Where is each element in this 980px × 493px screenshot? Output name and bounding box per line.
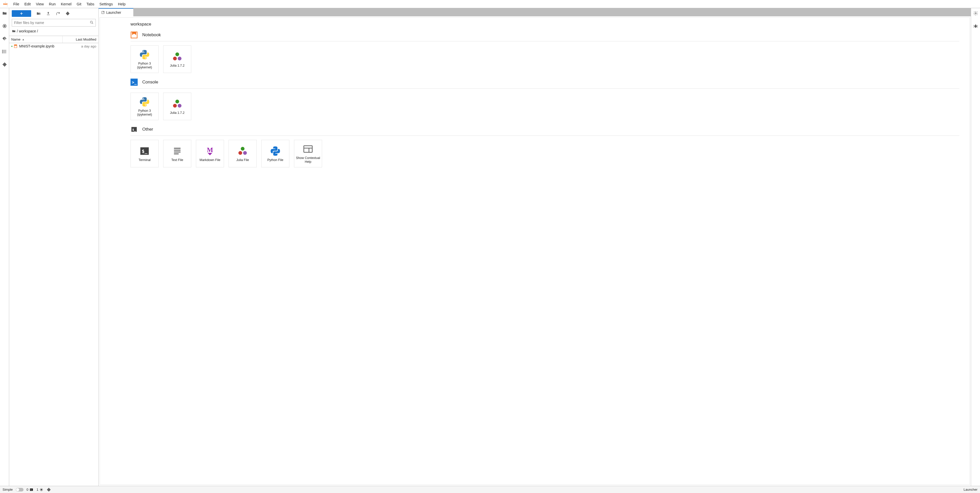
file-row[interactable]: MNIST-example.ipynb a day ago (9, 43, 98, 49)
launcher-card[interactable]: Text File (163, 140, 191, 167)
right-activity-bar (971, 8, 980, 486)
svg-line-47 (977, 25, 978, 26)
svg-point-37 (241, 147, 245, 151)
svg-rect-12 (47, 15, 50, 15)
breadcrumb-sep: / (37, 29, 38, 33)
main-area: Launcher workspace NotebookPython 3 (ipy… (99, 8, 971, 486)
svg-line-17 (103, 11, 104, 13)
jupyter-logo-icon (3, 1, 8, 7)
launcher-card[interactable]: Julia File (229, 140, 257, 167)
menu-run[interactable]: Run (46, 0, 59, 8)
card-label: Python File (267, 158, 283, 162)
new-folder-icon[interactable] (36, 11, 41, 16)
card-label: Julia File (236, 158, 249, 162)
file-modified: a day ago (81, 44, 96, 48)
notebook-icon (14, 44, 18, 48)
git-branch-status-icon[interactable] (46, 487, 51, 492)
terminal-icon: $_ (139, 146, 150, 157)
terminals-count[interactable]: 0 $_ (27, 488, 33, 491)
svg-line-46 (974, 25, 974, 26)
svg-text:$_: $_ (142, 149, 148, 154)
launcher-card[interactable]: Julia 1.7.2 (163, 45, 191, 73)
status-mode: Launcher (964, 488, 977, 491)
search-icon (90, 21, 94, 24)
julia-icon (172, 98, 183, 109)
file-list: MNIST-example.ipynb a day ago (9, 43, 98, 49)
svg-point-26 (178, 104, 181, 108)
launcher-section: $_Other$_TerminalText FileMMarkdown File… (130, 126, 969, 167)
file-name: MNIST-example.ipynb (19, 44, 81, 48)
extensions-icon[interactable] (2, 62, 7, 67)
section-title: Notebook (142, 32, 161, 38)
git-icon[interactable] (2, 36, 7, 41)
launcher-card[interactable]: $_Terminal (130, 140, 159, 167)
tab-launcher[interactable]: Launcher (99, 8, 133, 16)
file-browser-toolbar (9, 8, 98, 19)
refresh-icon[interactable] (56, 11, 60, 16)
upload-icon[interactable] (46, 11, 51, 16)
launcher-cwd: workspace (130, 22, 969, 27)
menubar: File Edit View Run Kernel Git Tabs Setti… (0, 0, 980, 8)
menu-edit[interactable]: Edit (22, 0, 33, 8)
new-launcher-button[interactable] (12, 10, 31, 17)
menu-settings[interactable]: Settings (97, 0, 115, 8)
property-inspector-icon[interactable] (973, 11, 978, 16)
menu-tabs[interactable]: Tabs (84, 0, 97, 8)
svg-point-0 (5, 2, 6, 2)
launcher-cards: Python 3 (ipykernel)Julia 1.7.2 (130, 41, 969, 73)
launcher-section-header: >_Console (130, 79, 959, 89)
file-filter-input[interactable] (12, 19, 96, 27)
folder-icon[interactable] (2, 11, 7, 16)
launcher-card[interactable]: MMarkdown File (196, 140, 224, 167)
svg-point-7 (2, 50, 3, 51)
debugger-icon[interactable] (973, 24, 978, 29)
file-browser-panel: / workspace / Name▲ Last Modified MNIST-… (9, 8, 99, 486)
launcher-card[interactable]: Julia 1.7.2 (163, 93, 191, 120)
simple-mode-label: Simple (3, 488, 13, 491)
svg-point-54 (41, 489, 42, 490)
card-label: Show Contextual Help (295, 156, 321, 164)
toc-icon[interactable] (2, 49, 7, 54)
folder-icon (12, 29, 16, 33)
launcher-card[interactable]: Python 3 (ipykernel) (130, 93, 159, 120)
pyfile-icon (270, 146, 281, 157)
menu-kernel[interactable]: Kernel (58, 0, 74, 8)
column-name[interactable]: Name▲ (9, 36, 62, 43)
breadcrumb[interactable]: / workspace / (9, 28, 98, 36)
menu-view[interactable]: View (33, 0, 46, 8)
svg-text:$_: $_ (132, 128, 136, 132)
card-label: Markdown File (199, 158, 220, 162)
svg-line-49 (977, 27, 978, 27)
simple-mode-toggle[interactable] (16, 488, 24, 491)
svg-point-19 (175, 52, 179, 56)
launcher-content: workspace NotebookPython 3 (ipykernel)Ju… (100, 17, 970, 485)
menu-help[interactable]: Help (115, 0, 128, 8)
menu-file[interactable]: File (11, 0, 22, 8)
tab-title: Launcher (106, 11, 121, 14)
launcher-card[interactable]: Python 3 (ipykernel) (130, 45, 159, 73)
launcher-card[interactable]: Python File (261, 140, 290, 167)
markdown-icon: M (204, 146, 216, 157)
file-filter (12, 19, 96, 27)
svg-line-48 (974, 27, 974, 27)
git-actions-icon[interactable] (65, 11, 70, 16)
menu-git[interactable]: Git (74, 0, 84, 8)
svg-text:M: M (207, 146, 213, 153)
svg-point-8 (2, 51, 3, 52)
svg-text:>_: >_ (132, 80, 137, 85)
kernels-count[interactable]: 1 (37, 488, 43, 492)
column-modified[interactable]: Last Modified (62, 36, 98, 43)
running-icon[interactable] (2, 24, 7, 29)
launcher-cards: Python 3 (ipykernel)Julia 1.7.2 (130, 89, 969, 120)
svg-point-13 (91, 21, 92, 23)
terminal-icon: $_ (130, 126, 138, 133)
card-label: Python 3 (ipykernel) (132, 62, 158, 70)
sort-asc-icon: ▲ (22, 38, 24, 41)
breadcrumb-item[interactable]: workspace (19, 29, 36, 33)
launcher-card[interactable]: Show Contextual Help (294, 140, 322, 167)
card-label: Text File (171, 158, 183, 162)
card-label: Julia 1.7.2 (170, 64, 185, 68)
launcher-section-header: $_Other (130, 126, 959, 136)
status-bar: Simple 0 $_ 1 Launcher (0, 486, 980, 493)
launcher-section-header: Notebook (130, 32, 959, 41)
